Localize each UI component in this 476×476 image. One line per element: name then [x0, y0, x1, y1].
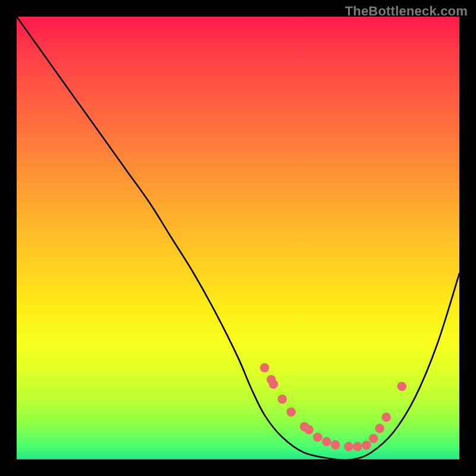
data-marker	[322, 437, 331, 446]
data-marker	[260, 363, 270, 372]
data-marker	[304, 425, 314, 434]
data-markers	[260, 363, 406, 451]
data-marker	[286, 408, 296, 417]
chart-svg	[17, 17, 459, 459]
data-marker	[331, 440, 340, 450]
data-marker	[362, 440, 371, 450]
chart-root: TheBottleneck.com	[0, 0, 476, 476]
data-marker	[369, 434, 378, 443]
data-marker	[381, 413, 391, 422]
data-marker	[353, 442, 362, 452]
curve-line	[17, 17, 459, 459]
data-marker	[375, 424, 384, 433]
plot-area	[17, 17, 459, 459]
data-marker	[397, 381, 406, 391]
data-marker	[313, 433, 322, 442]
data-marker	[344, 442, 353, 452]
data-marker	[278, 394, 287, 404]
data-marker	[269, 380, 278, 389]
